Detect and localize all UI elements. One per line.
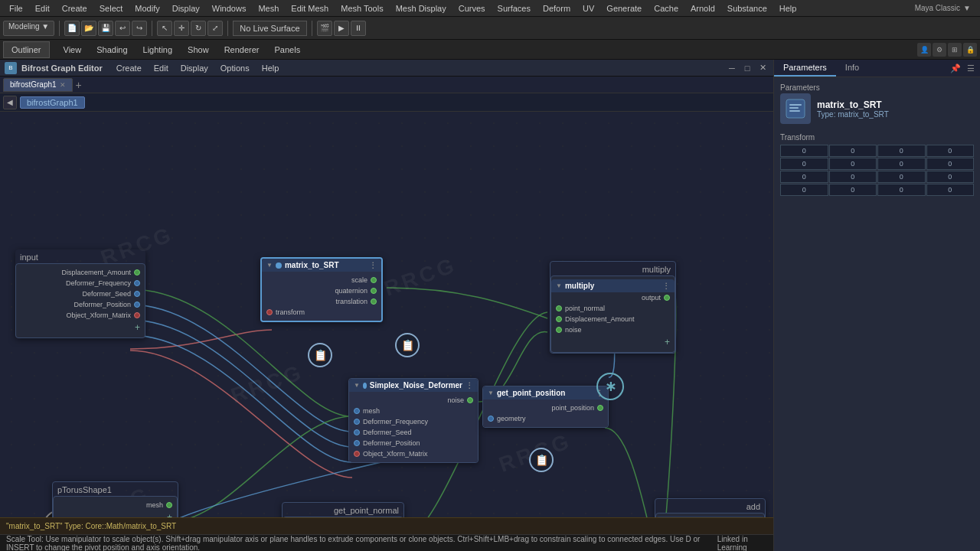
vp-settings-icon[interactable]: ⚙ (933, 43, 946, 57)
select-tool-icon[interactable]: ↖ (157, 21, 172, 36)
menu-generate[interactable]: Generate (600, 2, 648, 15)
menu-substance[interactable]: Substance (721, 2, 773, 15)
transform-cell-r1c1[interactable]: 0 (829, 158, 877, 170)
menu-windows[interactable]: Windows (206, 2, 253, 15)
vp-grid-icon[interactable]: ⊞ (948, 43, 962, 57)
menu-surfaces[interactable]: Surfaces (492, 2, 537, 15)
transform-cell-r1c2[interactable]: 0 (877, 158, 926, 170)
matrix-to-srt-collapse[interactable]: ▼ (266, 262, 273, 269)
move-tool-icon[interactable]: ✛ (174, 21, 189, 36)
render-icon[interactable]: 🎬 (317, 21, 332, 36)
simplex-noise-menu-button[interactable]: ⋮ (466, 381, 473, 390)
transform-cell-r1c3[interactable]: 0 (926, 158, 975, 170)
menu-mesh-tools[interactable]: Mesh Tools (335, 2, 389, 15)
rpanel-pin-icon[interactable]: 📌 (949, 62, 962, 74)
bifrost-close-button[interactable]: ✕ (756, 62, 769, 74)
matrix-to-srt-indicator (276, 262, 282, 269)
view-menu-lighting[interactable]: Lighting (136, 44, 181, 56)
view-menu-renderer[interactable]: Renderer (217, 44, 267, 56)
bifrost-menu-help[interactable]: Help (256, 63, 286, 73)
vp-lock-icon[interactable]: 🔒 (963, 43, 977, 57)
view-menu-view[interactable]: View (56, 44, 90, 56)
multiply-collapse[interactable]: ▼ (556, 282, 562, 289)
transform-cell-r2c1[interactable]: 0 (829, 171, 877, 183)
transform-cell-r3c3[interactable]: 0 (926, 184, 975, 196)
transform-cell-r0c1[interactable]: 0 (829, 145, 877, 157)
parameters-tab[interactable]: Parameters (774, 60, 836, 77)
multiply-add-port-button[interactable]: + (665, 337, 670, 347)
playback-icon[interactable]: ▶ (334, 21, 349, 36)
menu-deform[interactable]: Deform (537, 2, 577, 15)
transform-cell-r2c0[interactable]: 0 (780, 171, 828, 183)
menu-uv[interactable]: UV (577, 2, 600, 15)
rotate-tool-icon[interactable]: ↻ (191, 21, 206, 36)
vp-user-icon[interactable]: 👤 (917, 43, 931, 57)
transform-cell-r0c3[interactable]: 0 (926, 145, 975, 157)
graph-tab[interactable]: bifrostGraph1 ✕ (3, 78, 73, 92)
menu-cache[interactable]: Cache (648, 2, 684, 15)
info-tab[interactable]: Info (836, 60, 868, 77)
bifrost-menu-edit[interactable]: Edit (148, 63, 175, 73)
input-node[interactable]: input Displacement_Amount Deformer_Frequ… (15, 249, 145, 338)
menu-file[interactable]: File (3, 2, 29, 15)
view-menu-show[interactable]: Show (180, 44, 217, 56)
transform-cell-r2c3[interactable]: 0 (926, 171, 975, 183)
outliner-tab[interactable]: Outliner (3, 41, 50, 58)
multiply-node[interactable]: multiply ▼ multiply ⋮ output (550, 261, 676, 354)
rpanel-menu-icon[interactable]: ☰ (965, 62, 977, 74)
bifrost-menu-options[interactable]: Options (214, 63, 256, 73)
open-scene-icon[interactable]: 📂 (81, 21, 96, 36)
node-canvas[interactable]: RRCG RRCG RRCG RRCG RRCG input Displacem… (0, 112, 773, 517)
get-point-normal-node[interactable]: get_point_normal ▼ get_point_normal ⋮ po… (282, 502, 404, 517)
redo-icon[interactable]: ↪ (132, 21, 147, 36)
menu-edit-mesh[interactable]: Edit Mesh (285, 2, 335, 15)
matrix-to-srt-node[interactable]: ▼ matrix_to_SRT ⋮ scale quaternion (260, 257, 383, 322)
view-menu-shading[interactable]: Shading (89, 44, 135, 56)
menu-modify[interactable]: Modify (129, 2, 165, 15)
transform-grid[interactable]: 0 0 0 0 0 0 0 0 0 0 0 0 0 0 0 0 (780, 145, 974, 196)
ptorus-add-port-button[interactable]: + (167, 512, 172, 517)
matrix-to-srt-menu-button[interactable]: ⋮ (369, 261, 377, 269)
menu-select[interactable]: Select (93, 2, 129, 15)
menu-mesh-display[interactable]: Mesh Display (390, 2, 452, 15)
transform-cell-r1c0[interactable]: 0 (780, 158, 828, 170)
save-scene-icon[interactable]: 💾 (98, 21, 113, 36)
new-scene-icon[interactable]: 📄 (64, 21, 80, 36)
transform-cell-r3c1[interactable]: 0 (829, 184, 877, 196)
input-add-port-button[interactable]: + (135, 322, 140, 333)
menu-arnold[interactable]: Arnold (684, 2, 721, 15)
add-node[interactable]: add ▼ add ⋮ out point_pos (655, 498, 766, 517)
scale-tool-icon[interactable]: ⤢ (207, 21, 223, 36)
get-point-position-node[interactable]: ▼ get_point_position ⋮ point_position ge… (482, 386, 609, 428)
transform-cell-r0c0[interactable]: 0 (780, 145, 828, 157)
simplex-noise-collapse[interactable]: ▼ (354, 382, 360, 389)
menu-display[interactable]: Display (166, 2, 206, 15)
bifrost-maximize-button[interactable]: □ (741, 62, 753, 74)
bifrost-menu-display[interactable]: Display (175, 63, 214, 73)
port-dot-displacement-in (556, 316, 562, 322)
undo-icon[interactable]: ↩ (115, 21, 130, 36)
get-point-position-collapse[interactable]: ▼ (488, 390, 494, 396)
back-button[interactable]: ◀ (3, 96, 17, 109)
multiply-menu-button[interactable]: ⋮ (662, 282, 670, 290)
menu-create[interactable]: Create (56, 2, 93, 15)
breadcrumb-label[interactable]: bifrostGraph1 (20, 96, 85, 109)
transform-cell-r0c2[interactable]: 0 (877, 145, 926, 157)
menu-help[interactable]: Help (773, 2, 803, 15)
bifrost-minimize-button[interactable]: ─ (726, 62, 738, 74)
mode-dropdown[interactable]: Modeling ▼ (3, 21, 54, 36)
simplex-noise-node[interactable]: ▼ Simplex_Noise_Deformer ⋮ noise mesh (348, 378, 479, 463)
transform-cell-r3c2[interactable]: 0 (877, 184, 926, 196)
ptorus-shape-node[interactable]: pTorusShape1 mesh + 👁 (52, 481, 178, 517)
tab-close-button[interactable]: ✕ (60, 81, 66, 89)
bifrost-menu-create[interactable]: Create (110, 63, 148, 73)
add-tab-button[interactable]: + (73, 79, 85, 91)
pause-icon[interactable]: ⏸ (351, 21, 366, 36)
menu-edit[interactable]: Edit (29, 2, 56, 15)
menu-mesh[interactable]: Mesh (252, 2, 285, 15)
transform-cell-r2c2[interactable]: 0 (877, 171, 926, 183)
workspace-label: Maya Classic ▼ (915, 4, 977, 12)
view-menu-panels[interactable]: Panels (267, 44, 309, 56)
menu-curves[interactable]: Curves (452, 2, 492, 15)
transform-cell-r3c0[interactable]: 0 (780, 184, 828, 196)
